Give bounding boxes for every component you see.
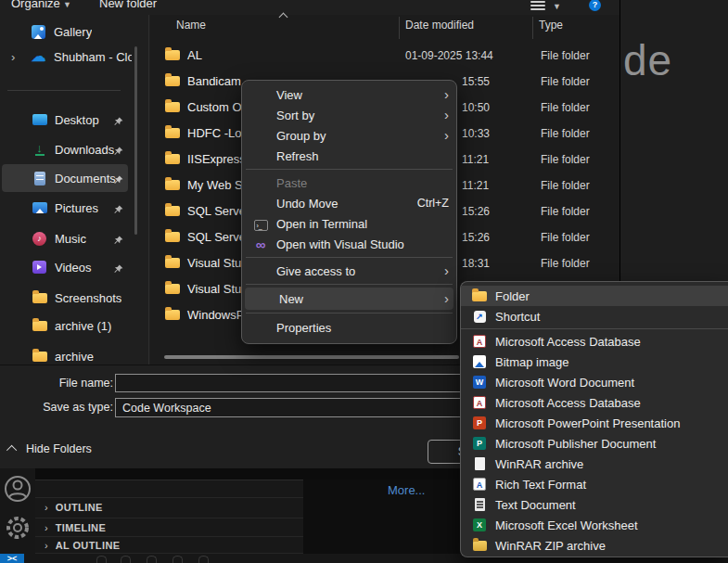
sidebar-item-documents[interactable]: Documents <box>20 167 150 189</box>
new-folder-button[interactable]: New folder <box>99 0 157 10</box>
sidebar-item-downloads[interactable]: ↓ Downloads <box>20 138 150 160</box>
submenu-item-text-document[interactable]: Text Document <box>461 494 728 515</box>
menu-item-new[interactable]: New › <box>245 288 453 310</box>
horizontal-scrollbar[interactable] <box>164 355 459 359</box>
submenu-arrow-icon: › <box>444 265 449 276</box>
submenu-item-publisher-document[interactable]: P Microsoft Publisher Document <box>461 433 728 454</box>
submenu-item-winrar-zip-archive[interactable]: WinRAR ZIP archive <box>461 535 728 556</box>
view-options-icon[interactable] <box>530 1 545 12</box>
sidebar-item-archive-1[interactable]: archive (1) <box>20 314 150 337</box>
folder-icon <box>165 206 180 216</box>
pin-icon <box>113 114 123 131</box>
column-header-date-modified[interactable]: Date modified <box>405 19 474 32</box>
pictures-icon <box>32 200 47 216</box>
submenu-item-folder[interactable]: Folder <box>461 286 728 306</box>
sidebar-item-videos[interactable]: Videos <box>20 256 150 278</box>
statusbar-icon[interactable] <box>172 556 183 563</box>
context-menu: View › Sort by › Group by › Refresh Past… <box>241 80 457 344</box>
vscode-editor-text: de <box>623 35 672 85</box>
submenu-item-powerpoint-presentation[interactable]: P Microsoft PowerPoint Presentation <box>461 413 728 433</box>
sidebar-item-music[interactable]: ♪ Music <box>20 227 150 250</box>
keyboard-shortcut: Ctrl+Z <box>417 197 449 210</box>
onedrive-cloud-icon: ☁ <box>31 49 46 65</box>
sidebar-item-pictures[interactable]: Pictures <box>20 197 150 219</box>
settings-gear-icon[interactable] <box>4 512 32 544</box>
chevron-right-icon: › <box>45 502 48 513</box>
menu-separator <box>246 257 453 258</box>
excel-file-icon: X <box>471 518 488 531</box>
pin-icon <box>113 262 123 278</box>
organize-button[interactable]: Organize <box>11 0 60 10</box>
powerpoint-file-icon: P <box>471 416 488 429</box>
folder-icon <box>165 50 180 60</box>
folder-icon <box>471 291 488 301</box>
remote-indicator-badge[interactable]: >< <box>0 554 24 563</box>
hide-folders-button[interactable]: Hide Folders <box>9 442 92 455</box>
account-icon[interactable] <box>4 475 32 505</box>
submenu-item-winrar-archive[interactable]: WinRAR archive <box>461 454 728 474</box>
chevron-right-icon[interactable]: › <box>11 50 15 64</box>
submenu-item-bitmap-image[interactable]: Bitmap image <box>461 352 728 372</box>
submenu-item-access-database[interactable]: A Microsoft Access Database <box>461 331 728 352</box>
menu-item-sort-by[interactable]: Sort by › <box>242 105 456 125</box>
statusbar-icon[interactable] <box>121 556 131 563</box>
menu-item-properties[interactable]: Properties <box>242 316 456 339</box>
panel-outline[interactable]: › OUTLINE <box>35 497 303 517</box>
statusbar-icon[interactable] <box>147 556 157 563</box>
documents-icon <box>32 171 47 186</box>
menu-item-refresh[interactable]: Refresh <box>242 146 456 166</box>
menu-item-give-access-to[interactable]: Give access to › <box>242 261 456 281</box>
folder-icon <box>165 76 180 86</box>
folder-icon <box>165 180 180 190</box>
save-dialog-screen: de Organize ▼ New folder ▼ ? Gallery › ☁… <box>0 0 728 563</box>
statusbar-icon[interactable] <box>198 556 209 563</box>
column-divider[interactable] <box>399 17 400 39</box>
menu-separator <box>246 284 453 285</box>
help-icon[interactable]: ? <box>589 0 601 11</box>
table-row[interactable]: AL 01-09-2025 13:44 File folder <box>150 43 619 69</box>
sidebar-item-desktop[interactable]: Desktop <box>20 109 150 131</box>
visual-studio-icon: ∞ <box>251 237 270 252</box>
statusbar-icon[interactable] <box>96 556 107 563</box>
panel-timeline[interactable]: › TIMELINE <box>35 518 303 537</box>
submenu-item-access-database-2[interactable]: A Microsoft Access Database <box>461 392 728 413</box>
access-file-icon: A <box>471 335 488 348</box>
sidebar-item-screenshots[interactable]: Screenshots <box>20 287 150 309</box>
pin-icon <box>113 202 123 219</box>
column-divider[interactable] <box>532 17 533 39</box>
folder-icon <box>165 310 180 320</box>
panel-al-outline[interactable]: › AL OUTLINE <box>35 536 303 554</box>
file-name-label: File name: <box>6 377 113 390</box>
access-file-icon: A <box>471 396 488 409</box>
menu-item-undo-move[interactable]: Undo Move Ctrl+Z <box>242 193 456 213</box>
menu-item-view[interactable]: View › <box>242 84 456 105</box>
new-submenu: Folder ↗ Shortcut A Microsoft Access Dat… <box>460 281 728 557</box>
folder-icon <box>165 232 180 242</box>
rtf-file-icon: A <box>471 478 488 491</box>
menu-item-group-by[interactable]: Group by › <box>242 125 456 146</box>
folder-icon <box>165 154 180 164</box>
submenu-item-rich-text-format[interactable]: A Rich Text Format <box>461 474 728 494</box>
chevron-right-icon: › <box>45 522 48 533</box>
folder-icon <box>32 318 47 334</box>
bitmap-file-icon <box>471 355 488 368</box>
submenu-item-shortcut[interactable]: ↗ Shortcut <box>461 306 728 326</box>
column-header-type[interactable]: Type <box>539 19 563 32</box>
pin-icon <box>113 233 123 250</box>
menu-item-open-in-terminal[interactable]: ›_ Open in Terminal <box>242 213 456 234</box>
view-options-caret-icon[interactable]: ▼ <box>553 2 561 11</box>
folder-icon <box>32 290 47 306</box>
submenu-item-word-document[interactable]: W Microsoft Word Document <box>461 372 728 392</box>
gallery-icon <box>31 24 46 40</box>
more-link[interactable]: More... <box>388 483 425 497</box>
column-header-name[interactable]: Name <box>176 19 206 32</box>
folder-icon <box>165 128 180 138</box>
folder-icon <box>165 284 180 294</box>
organize-caret-icon[interactable]: ▼ <box>63 0 71 9</box>
menu-item-open-with-visual-studio[interactable]: ∞ Open with Visual Studio <box>242 234 456 254</box>
submenu-item-excel-worksheet[interactable]: X Microsoft Excel Worksheet <box>461 515 728 535</box>
sidebar-item-onedrive[interactable]: › ☁ Shubham - Clou <box>2 45 132 68</box>
submenu-arrow-icon: › <box>444 293 449 304</box>
menu-item-paste[interactable]: Paste <box>242 173 456 193</box>
sidebar-item-gallery[interactable]: Gallery <box>2 20 132 43</box>
